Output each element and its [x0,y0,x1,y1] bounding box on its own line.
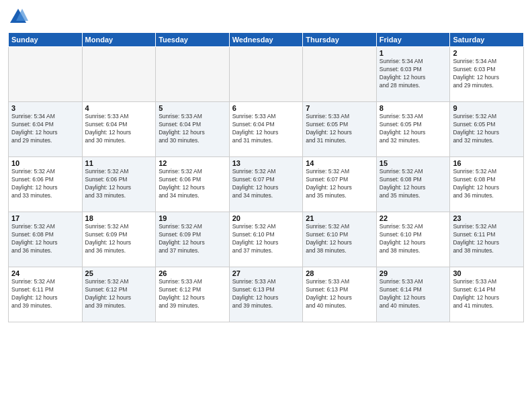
page-container: SundayMondayTuesdayWednesdayThursdayFrid… [0,0,532,326]
day-info: Sunrise: 5:32 AM Sunset: 6:10 PM Dayligh… [306,223,373,255]
day-number: 5 [159,104,226,112]
week-row-1: 1Sunrise: 5:34 AM Sunset: 6:03 PM Daylig… [9,47,524,102]
day-info: Sunrise: 5:33 AM Sunset: 6:04 PM Dayligh… [159,113,226,145]
day-info: Sunrise: 5:34 AM Sunset: 6:04 PM Dayligh… [11,113,79,145]
day-cell: 10Sunrise: 5:32 AM Sunset: 6:06 PM Dayli… [9,157,83,212]
day-number: 28 [306,269,373,277]
day-info: Sunrise: 5:32 AM Sunset: 6:10 PM Dayligh… [380,223,447,255]
day-info: Sunrise: 5:33 AM Sunset: 6:13 PM Dayligh… [306,278,373,310]
day-info: Sunrise: 5:33 AM Sunset: 6:14 PM Dayligh… [380,278,447,310]
day-cell: 23Sunrise: 5:32 AM Sunset: 6:11 PM Dayli… [450,212,524,267]
day-cell: 22Sunrise: 5:32 AM Sunset: 6:10 PM Dayli… [376,212,450,267]
day-number: 30 [453,269,521,277]
day-cell: 6Sunrise: 5:33 AM Sunset: 6:04 PM Daylig… [229,102,303,157]
day-number: 19 [159,214,226,222]
logo-icon [8,7,28,27]
logo [8,7,31,27]
header [8,7,524,27]
header-cell-monday: Monday [82,33,156,47]
day-cell: 2Sunrise: 5:34 AM Sunset: 6:03 PM Daylig… [450,47,524,102]
day-number: 23 [453,214,521,222]
day-number: 4 [85,104,153,112]
day-cell: 21Sunrise: 5:32 AM Sunset: 6:10 PM Dayli… [303,212,377,267]
day-number: 22 [380,214,447,222]
day-cell: 7Sunrise: 5:33 AM Sunset: 6:05 PM Daylig… [303,102,377,157]
day-number: 10 [11,159,79,167]
day-number: 29 [380,269,447,277]
header-cell-saturday: Saturday [450,33,524,47]
day-cell: 18Sunrise: 5:32 AM Sunset: 6:09 PM Dayli… [82,212,156,267]
day-cell: 9Sunrise: 5:32 AM Sunset: 6:05 PM Daylig… [450,102,524,157]
week-row-2: 3Sunrise: 5:34 AM Sunset: 6:04 PM Daylig… [9,102,524,157]
day-cell [9,47,83,102]
day-info: Sunrise: 5:33 AM Sunset: 6:05 PM Dayligh… [306,113,373,145]
day-info: Sunrise: 5:32 AM Sunset: 6:12 PM Dayligh… [85,278,153,310]
header-cell-wednesday: Wednesday [229,33,303,47]
day-number: 15 [380,159,447,167]
day-cell: 26Sunrise: 5:33 AM Sunset: 6:12 PM Dayli… [156,267,230,322]
day-number: 20 [232,214,300,222]
day-cell: 5Sunrise: 5:33 AM Sunset: 6:04 PM Daylig… [156,102,230,157]
day-number: 11 [85,159,153,167]
day-cell: 15Sunrise: 5:32 AM Sunset: 6:08 PM Dayli… [376,157,450,212]
day-number: 25 [85,269,153,277]
day-info: Sunrise: 5:32 AM Sunset: 6:08 PM Dayligh… [11,223,79,255]
week-row-3: 10Sunrise: 5:32 AM Sunset: 6:06 PM Dayli… [9,157,524,212]
day-info: Sunrise: 5:32 AM Sunset: 6:10 PM Dayligh… [232,223,300,255]
day-info: Sunrise: 5:33 AM Sunset: 6:13 PM Dayligh… [232,278,300,310]
day-cell: 11Sunrise: 5:32 AM Sunset: 6:06 PM Dayli… [82,157,156,212]
day-number: 6 [232,104,300,112]
day-number: 12 [159,159,226,167]
day-cell: 25Sunrise: 5:32 AM Sunset: 6:12 PM Dayli… [82,267,156,322]
day-info: Sunrise: 5:33 AM Sunset: 6:12 PM Dayligh… [159,278,226,310]
day-info: Sunrise: 5:32 AM Sunset: 6:06 PM Dayligh… [11,168,79,200]
day-number: 9 [453,104,521,112]
day-info: Sunrise: 5:32 AM Sunset: 6:08 PM Dayligh… [453,168,521,200]
day-cell: 3Sunrise: 5:34 AM Sunset: 6:04 PM Daylig… [9,102,83,157]
day-number: 26 [159,269,226,277]
day-info: Sunrise: 5:32 AM Sunset: 6:05 PM Dayligh… [453,113,521,145]
week-row-5: 24Sunrise: 5:32 AM Sunset: 6:11 PM Dayli… [9,267,524,322]
day-cell [303,47,377,102]
day-info: Sunrise: 5:32 AM Sunset: 6:11 PM Dayligh… [453,223,521,255]
header-row: SundayMondayTuesdayWednesdayThursdayFrid… [9,33,524,47]
calendar-table: SundayMondayTuesdayWednesdayThursdayFrid… [8,32,524,322]
day-info: Sunrise: 5:33 AM Sunset: 6:04 PM Dayligh… [232,113,300,145]
day-number: 1 [380,49,447,57]
day-cell [229,47,303,102]
day-info: Sunrise: 5:32 AM Sunset: 6:09 PM Dayligh… [85,223,153,255]
day-number: 18 [85,214,153,222]
day-info: Sunrise: 5:32 AM Sunset: 6:07 PM Dayligh… [232,168,300,200]
day-cell: 1Sunrise: 5:34 AM Sunset: 6:03 PM Daylig… [376,47,450,102]
day-info: Sunrise: 5:32 AM Sunset: 6:06 PM Dayligh… [159,168,226,200]
day-cell: 4Sunrise: 5:33 AM Sunset: 6:04 PM Daylig… [82,102,156,157]
day-number: 3 [11,104,79,112]
day-cell: 20Sunrise: 5:32 AM Sunset: 6:10 PM Dayli… [229,212,303,267]
day-info: Sunrise: 5:32 AM Sunset: 6:08 PM Dayligh… [380,168,447,200]
day-cell: 16Sunrise: 5:32 AM Sunset: 6:08 PM Dayli… [450,157,524,212]
header-cell-friday: Friday [376,33,450,47]
day-cell: 14Sunrise: 5:32 AM Sunset: 6:07 PM Dayli… [303,157,377,212]
day-number: 7 [306,104,373,112]
day-info: Sunrise: 5:32 AM Sunset: 6:11 PM Dayligh… [11,278,79,310]
day-cell: 12Sunrise: 5:32 AM Sunset: 6:06 PM Dayli… [156,157,230,212]
day-cell [156,47,230,102]
day-info: Sunrise: 5:32 AM Sunset: 6:06 PM Dayligh… [85,168,153,200]
day-number: 16 [453,159,521,167]
day-cell: 27Sunrise: 5:33 AM Sunset: 6:13 PM Dayli… [229,267,303,322]
week-row-4: 17Sunrise: 5:32 AM Sunset: 6:08 PM Dayli… [9,212,524,267]
day-cell: 17Sunrise: 5:32 AM Sunset: 6:08 PM Dayli… [9,212,83,267]
day-cell: 13Sunrise: 5:32 AM Sunset: 6:07 PM Dayli… [229,157,303,212]
day-info: Sunrise: 5:32 AM Sunset: 6:09 PM Dayligh… [159,223,226,255]
day-cell: 28Sunrise: 5:33 AM Sunset: 6:13 PM Dayli… [303,267,377,322]
day-info: Sunrise: 5:33 AM Sunset: 6:14 PM Dayligh… [453,278,521,310]
day-cell: 24Sunrise: 5:32 AM Sunset: 6:11 PM Dayli… [9,267,83,322]
day-cell: 30Sunrise: 5:33 AM Sunset: 6:14 PM Dayli… [450,267,524,322]
day-number: 21 [306,214,373,222]
day-info: Sunrise: 5:33 AM Sunset: 6:04 PM Dayligh… [85,113,153,145]
day-cell [82,47,156,102]
day-number: 27 [232,269,300,277]
day-number: 2 [453,49,521,57]
day-info: Sunrise: 5:34 AM Sunset: 6:03 PM Dayligh… [380,58,447,90]
day-cell: 8Sunrise: 5:33 AM Sunset: 6:05 PM Daylig… [376,102,450,157]
